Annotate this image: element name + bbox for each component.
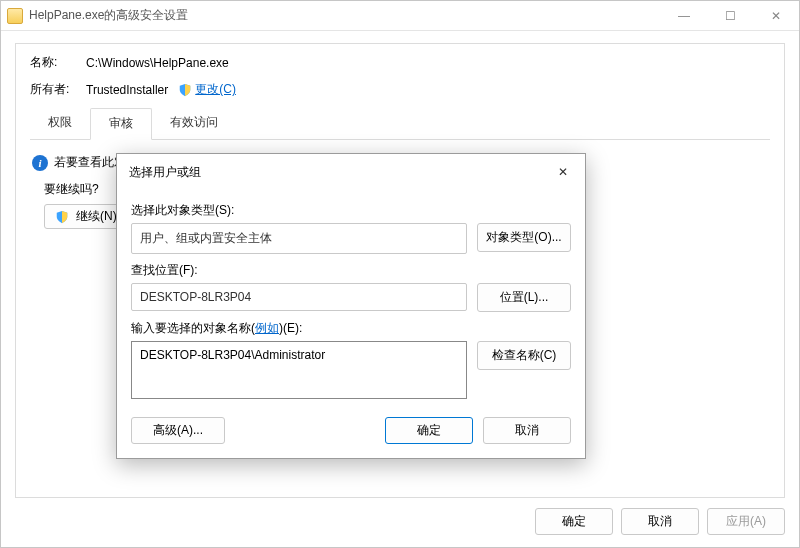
close-button[interactable]: ✕	[753, 1, 799, 31]
owner-label: 所有者:	[30, 81, 86, 98]
tabs: 权限 审核 有效访问	[30, 108, 770, 140]
advanced-security-window: HelpPane.exe的高级安全设置 — ☐ ✕ 名称: C:\Windows…	[0, 0, 800, 548]
object-types-button[interactable]: 对象类型(O)...	[477, 223, 571, 252]
dialog-title: 选择用户或组	[129, 164, 551, 181]
object-type-label: 选择此对象类型(S):	[131, 203, 234, 217]
examples-link[interactable]: 例如	[255, 321, 279, 335]
location-label: 查找位置(F):	[131, 263, 198, 277]
tab-effective-access[interactable]: 有效访问	[152, 108, 236, 139]
shield-icon	[55, 210, 69, 224]
minimize-button[interactable]: —	[661, 1, 707, 31]
name-value: C:\Windows\HelpPane.exe	[86, 56, 229, 70]
tab-audit[interactable]: 审核	[90, 108, 152, 140]
locations-button[interactable]: 位置(L)...	[477, 283, 571, 312]
apply-button[interactable]: 应用(A)	[707, 508, 785, 535]
object-type-value: 用户、组或内置安全主体	[131, 223, 467, 254]
object-names-label: 输入要选择的对象名称(例如)(E):	[131, 320, 571, 337]
dialog-close-button[interactable]: ✕	[551, 162, 575, 182]
dialog-cancel-button[interactable]: 取消	[483, 417, 571, 444]
select-user-group-dialog: 选择用户或组 ✕ 选择此对象类型(S): 用户、组或内置安全主体 对象类型(O)…	[116, 153, 586, 459]
location-value: DESKTOP-8LR3P04	[131, 283, 467, 311]
maximize-button[interactable]: ☐	[707, 1, 753, 31]
window-title: HelpPane.exe的高级安全设置	[29, 7, 661, 24]
advanced-button[interactable]: 高级(A)...	[131, 417, 225, 444]
change-owner-link[interactable]: 更改(C)	[195, 81, 236, 98]
titlebar[interactable]: HelpPane.exe的高级安全设置 — ☐ ✕	[1, 1, 799, 31]
ok-button[interactable]: 确定	[535, 508, 613, 535]
owner-value: TrustedInstaller	[86, 83, 168, 97]
folder-icon	[7, 8, 23, 24]
object-names-input[interactable]: DESKTOP-8LR3P04\Administrator	[131, 341, 467, 399]
cancel-button[interactable]: 取消	[621, 508, 699, 535]
tab-permissions[interactable]: 权限	[30, 108, 90, 139]
name-label: 名称:	[30, 54, 86, 71]
shield-icon	[178, 83, 192, 97]
window-footer: 确定 取消 应用(A)	[1, 498, 799, 547]
info-icon: i	[32, 155, 48, 171]
dialog-ok-button[interactable]: 确定	[385, 417, 473, 444]
check-names-button[interactable]: 检查名称(C)	[477, 341, 571, 370]
